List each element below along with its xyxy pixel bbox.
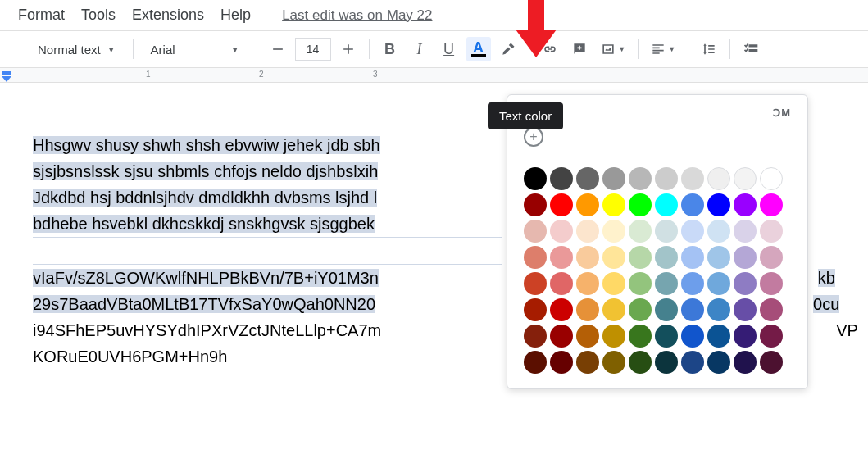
color-swatch[interactable]: [760, 167, 783, 190]
color-swatch[interactable]: [524, 193, 547, 216]
popup-tab-label[interactable]: ϽM: [773, 107, 791, 119]
decrease-font-size-button[interactable]: [266, 37, 290, 61]
color-swatch[interactable]: [550, 220, 573, 243]
color-swatch[interactable]: [681, 272, 704, 295]
increase-font-size-button[interactable]: [336, 37, 361, 61]
color-swatch[interactable]: [760, 351, 783, 374]
italic-button[interactable]: I: [407, 37, 432, 61]
color-swatch[interactable]: [576, 325, 599, 348]
color-swatch[interactable]: [734, 272, 757, 295]
color-swatch[interactable]: [760, 220, 783, 243]
color-swatch[interactable]: [655, 193, 678, 216]
color-swatch[interactable]: [576, 246, 599, 269]
color-swatch[interactable]: [602, 167, 625, 190]
paragraph-style-dropdown[interactable]: Normal text ▼: [29, 36, 125, 62]
color-swatch[interactable]: [734, 246, 757, 269]
color-swatch[interactable]: [629, 325, 652, 348]
color-swatch[interactable]: [734, 167, 757, 190]
color-swatch[interactable]: [760, 298, 783, 321]
color-swatch[interactable]: [655, 325, 678, 348]
menu-extensions[interactable]: Extensions: [132, 7, 204, 24]
color-swatch[interactable]: [760, 193, 783, 216]
color-swatch[interactable]: [707, 220, 730, 243]
color-swatch[interactable]: [681, 193, 704, 216]
color-swatch[interactable]: [524, 167, 547, 190]
color-swatch[interactable]: [734, 325, 757, 348]
color-swatch[interactable]: [524, 351, 547, 374]
color-swatch[interactable]: [524, 325, 547, 348]
color-swatch[interactable]: [524, 220, 547, 243]
color-swatch[interactable]: [655, 167, 678, 190]
color-swatch[interactable]: [602, 298, 625, 321]
color-swatch[interactable]: [524, 246, 547, 269]
menu-help[interactable]: Help: [220, 7, 251, 24]
color-swatch[interactable]: [681, 298, 704, 321]
insert-image-button[interactable]: ▼: [597, 37, 629, 61]
font-size-input[interactable]: 14: [295, 38, 331, 61]
color-swatch[interactable]: [655, 220, 678, 243]
color-swatch[interactable]: [602, 193, 625, 216]
color-swatch[interactable]: [707, 351, 730, 374]
color-swatch[interactable]: [602, 220, 625, 243]
color-swatch[interactable]: [576, 193, 599, 216]
color-swatch[interactable]: [576, 272, 599, 295]
color-swatch[interactable]: [681, 220, 704, 243]
color-swatch[interactable]: [760, 272, 783, 295]
line-spacing-button[interactable]: [697, 37, 721, 61]
color-swatch[interactable]: [550, 246, 573, 269]
color-swatch[interactable]: [629, 220, 652, 243]
color-swatch[interactable]: [681, 167, 704, 190]
color-swatch[interactable]: [707, 325, 730, 348]
color-swatch[interactable]: [629, 246, 652, 269]
color-swatch[interactable]: [707, 272, 730, 295]
menu-tools[interactable]: Tools: [81, 7, 116, 24]
color-swatch[interactable]: [734, 298, 757, 321]
color-swatch[interactable]: [707, 246, 730, 269]
color-swatch[interactable]: [681, 351, 704, 374]
color-swatch[interactable]: [629, 272, 652, 295]
color-swatch[interactable]: [602, 351, 625, 374]
checklist-button[interactable]: [738, 37, 763, 61]
indent-marker-icon[interactable]: [0, 71, 18, 83]
font-family-dropdown[interactable]: Arial ▼: [142, 36, 248, 62]
last-edit-link[interactable]: Last edit was on May 22: [282, 7, 432, 24]
align-button[interactable]: ▼: [647, 37, 679, 61]
color-swatch[interactable]: [524, 272, 547, 295]
color-swatch[interactable]: [550, 272, 573, 295]
color-swatch[interactable]: [550, 325, 573, 348]
color-swatch[interactable]: [602, 272, 625, 295]
color-swatch[interactable]: [760, 325, 783, 348]
menu-format[interactable]: Format: [18, 7, 65, 24]
color-swatch[interactable]: [760, 246, 783, 269]
color-swatch[interactable]: [602, 325, 625, 348]
color-swatch[interactable]: [681, 246, 704, 269]
color-swatch[interactable]: [629, 167, 652, 190]
color-swatch[interactable]: [655, 272, 678, 295]
color-swatch[interactable]: [734, 193, 757, 216]
color-swatch[interactable]: [734, 220, 757, 243]
color-swatch[interactable]: [550, 193, 573, 216]
color-swatch[interactable]: [602, 246, 625, 269]
color-swatch[interactable]: [707, 167, 730, 190]
color-swatch[interactable]: [524, 298, 547, 321]
color-swatch[interactable]: [734, 351, 757, 374]
color-swatch[interactable]: [655, 246, 678, 269]
text-color-button[interactable]: A: [466, 37, 491, 61]
add-comment-button[interactable]: [567, 37, 592, 61]
color-swatch[interactable]: [550, 298, 573, 321]
color-swatch[interactable]: [576, 351, 599, 374]
color-swatch[interactable]: [576, 298, 599, 321]
bold-button[interactable]: B: [378, 37, 402, 61]
color-swatch[interactable]: [707, 298, 730, 321]
color-swatch[interactable]: [629, 193, 652, 216]
color-swatch[interactable]: [655, 298, 678, 321]
color-swatch[interactable]: [576, 167, 599, 190]
underline-button[interactable]: U: [437, 37, 461, 61]
color-swatch[interactable]: [655, 351, 678, 374]
color-swatch[interactable]: [629, 351, 652, 374]
color-swatch[interactable]: [550, 167, 573, 190]
color-swatch[interactable]: [681, 325, 704, 348]
color-swatch[interactable]: [576, 220, 599, 243]
color-swatch[interactable]: [707, 193, 730, 216]
color-swatch[interactable]: [629, 298, 652, 321]
